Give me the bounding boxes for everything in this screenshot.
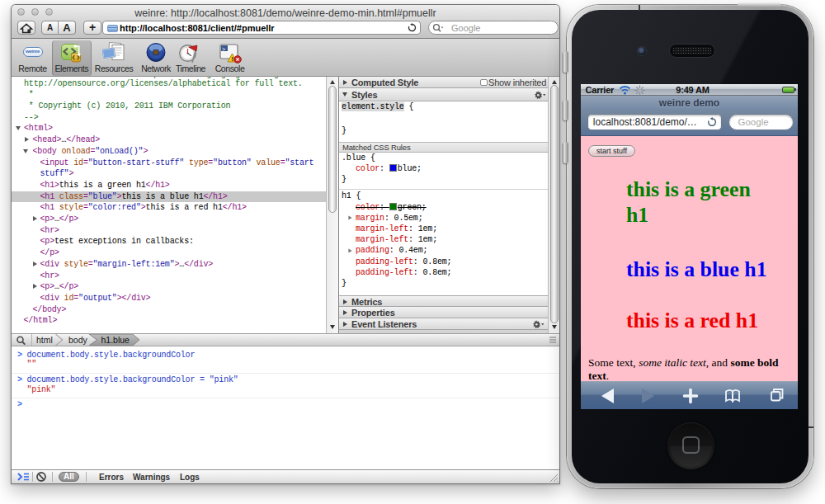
svg-text:>_: >_: [222, 46, 229, 53]
svg-text:h1.blue: h1.blue: [101, 335, 130, 345]
svg-text:body: body: [68, 335, 88, 345]
svg-text:html: html: [36, 335, 53, 345]
svg-text:!: !: [231, 55, 233, 63]
